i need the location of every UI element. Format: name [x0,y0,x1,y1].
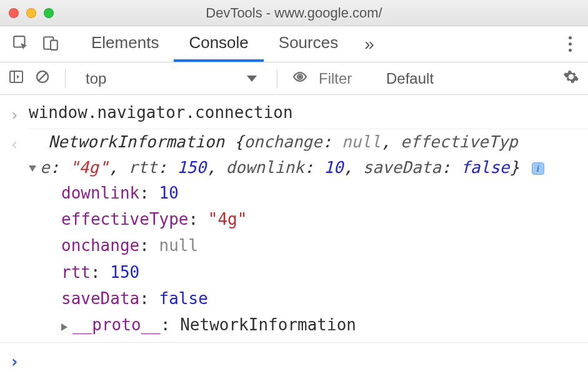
svg-rect-3 [10,71,22,82]
console-prompt-row[interactable] [0,342,588,374]
context-label: top [86,70,106,87]
dropdown-caret-icon [247,76,257,82]
input-marker-icon [9,102,19,127]
proto-row[interactable]: __proto__: NetworkInformation [29,312,581,338]
expand-toggle-icon[interactable] [29,165,36,172]
proto-expand-icon[interactable] [61,323,67,331]
object-summary[interactable]: xxNetworkInformation {onchange: null, ef… [29,129,581,180]
proto-key: __proto__ [72,315,161,334]
log-levels-selector[interactable]: Default [386,70,434,87]
property-row[interactable]: saveData: false [61,285,581,312]
tab-console[interactable]: Console [174,26,263,62]
output-marker-icon [9,132,19,157]
proto-value: NetworkInformation [180,315,356,334]
live-expression-icon[interactable] [292,69,307,88]
prompt-marker-icon [9,349,19,374]
svg-point-7 [299,75,302,78]
constructor-name: NetworkInformation [48,132,224,151]
more-tabs-button[interactable]: » [353,26,386,62]
property-row[interactable]: onchange: null [61,232,581,258]
inspect-element-icon[interactable] [12,35,29,54]
svg-line-6 [39,73,46,81]
console-input-text[interactable]: window.navigator.connection [29,100,588,129]
svg-rect-2 [51,40,57,49]
devtools-menu-button[interactable] [560,26,581,62]
property-row[interactable]: effectiveType: "4g" [61,206,581,232]
device-toolbar-icon[interactable] [42,35,59,54]
toggle-sidebar-icon[interactable] [9,69,24,88]
clear-console-icon[interactable] [35,69,50,88]
console-settings-icon[interactable] [563,69,579,89]
console-result-row: xxNetworkInformation {onchange: null, ef… [0,129,588,338]
console-body: window.navigator.connection xxNetworkInf… [0,95,588,374]
info-badge-icon[interactable]: i [532,162,544,175]
filter-input[interactable] [319,70,375,87]
property-row[interactable]: rtt: 150 [61,259,581,285]
tab-elements[interactable]: Elements [76,26,174,62]
divider [65,69,66,88]
window-title: DevTools - www.google.com/ [0,5,588,21]
window-titlebar: DevTools - www.google.com/ [0,0,588,26]
console-toolbar: top Default [0,62,588,95]
devtools-tabbar: ElementsConsoleSources » [0,26,588,62]
console-input-row: window.navigator.connection [0,100,588,129]
divider [277,69,277,88]
property-row[interactable]: downlink: 10 [61,180,581,206]
tab-sources[interactable]: Sources [264,26,353,62]
context-selector[interactable]: top [81,70,262,87]
object-properties: downlink: 10effectiveType: "4g"onchange:… [29,180,581,312]
